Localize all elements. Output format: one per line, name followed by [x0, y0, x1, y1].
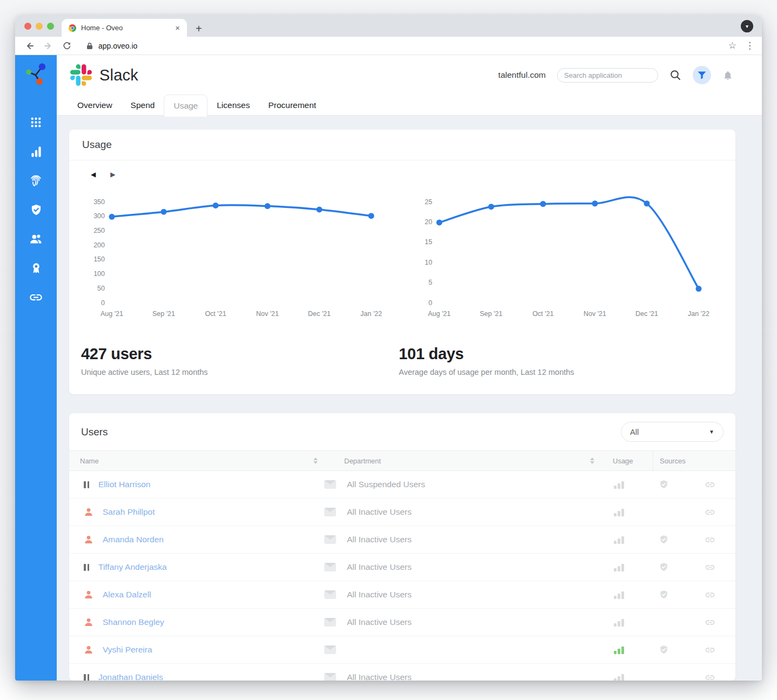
reload-button[interactable]	[59, 41, 73, 50]
source-shield-icon[interactable]	[658, 562, 669, 572]
filter-button[interactable]	[693, 66, 711, 84]
charts-row: 350300250200150100500Aug '21Sep '21Oct '…	[69, 178, 735, 324]
tab-procurement[interactable]: Procurement	[259, 95, 325, 115]
svg-text:250: 250	[93, 227, 105, 234]
svg-text:5: 5	[428, 279, 432, 286]
usage-bars-icon	[614, 481, 624, 489]
user-name-link[interactable]: Jonathan Daniels	[98, 672, 163, 681]
user-name-link[interactable]: Vyshi Pereira	[103, 645, 152, 655]
table-row[interactable]: Amanda Norden All Inactive Users	[69, 526, 735, 554]
source-link-icon[interactable]	[705, 617, 715, 628]
analytics-bars-icon[interactable]	[29, 144, 43, 159]
mail-icon	[324, 508, 336, 516]
source-shield-icon[interactable]	[658, 480, 669, 489]
search-icon[interactable]	[669, 69, 681, 81]
fingerprint-icon[interactable]	[29, 173, 43, 188]
users-filter-value: All	[630, 428, 709, 436]
chart-next-button[interactable]: ▶	[110, 171, 115, 178]
column-header-sources: Sources	[660, 457, 686, 465]
table-row[interactable]: Elliot Harrison All Suspended Users	[69, 471, 735, 499]
shield-check-icon[interactable]	[29, 203, 43, 217]
svg-text:Sep '21: Sep '21	[480, 310, 503, 318]
source-link-icon[interactable]	[705, 672, 715, 681]
users-filter-dropdown[interactable]: All ▼	[621, 422, 724, 442]
stat-value: 101 days	[399, 345, 716, 363]
usage-bars-icon	[614, 674, 624, 681]
new-tab-button[interactable]: +	[196, 23, 202, 34]
active-users-stat: 427 users Unique active users, Last 12 m…	[81, 345, 399, 376]
person-icon	[84, 507, 93, 517]
svg-text:Oct '21: Oct '21	[532, 310, 553, 318]
department-label: All Inactive Users	[347, 617, 412, 627]
license-award-icon[interactable]	[29, 261, 43, 275]
source-link-icon[interactable]	[705, 479, 715, 490]
team-users-icon[interactable]	[29, 232, 43, 246]
search-input[interactable]	[557, 68, 658, 83]
source-link-icon[interactable]	[705, 562, 715, 573]
svg-text:Nov '21: Nov '21	[256, 310, 279, 318]
table-row[interactable]: Jonathan Daniels All Inactive Users	[69, 664, 735, 681]
pause-icon	[84, 674, 89, 681]
close-tab-icon[interactable]: ×	[173, 23, 182, 32]
user-name-link[interactable]: Amanda Norden	[103, 535, 164, 544]
notifications-bell-icon[interactable]	[722, 70, 733, 81]
table-row[interactable]: Sarah Phillpot All Inactive Users	[69, 499, 735, 526]
tab-overview[interactable]: Overview	[68, 95, 122, 115]
usage-bars-icon	[614, 536, 624, 544]
back-button[interactable]	[23, 41, 37, 51]
lock-icon	[86, 42, 93, 50]
source-link-icon[interactable]	[705, 507, 715, 518]
mail-icon	[324, 563, 336, 571]
user-name-link[interactable]: Shannon Begley	[103, 617, 164, 627]
svg-text:Jan '22: Jan '22	[360, 310, 382, 318]
users-table-body: Elliot Harrison All Suspended Users	[69, 471, 735, 681]
tab-usage[interactable]: Usage	[164, 95, 207, 117]
department-label: All Inactive Users	[347, 562, 412, 572]
oveo-logo[interactable]	[24, 61, 49, 88]
source-shield-icon[interactable]	[658, 535, 669, 544]
source-link-icon[interactable]	[705, 589, 715, 601]
minimize-window-button[interactable]	[36, 23, 43, 30]
source-link-icon[interactable]	[705, 534, 715, 546]
browser-menu-icon[interactable]: ⋮	[745, 40, 754, 51]
usage-card-title: Usage	[82, 139, 112, 150]
table-row[interactable]: Vyshi Pereira	[69, 636, 735, 664]
svg-text:0: 0	[428, 299, 432, 307]
forward-button[interactable]	[41, 41, 55, 51]
user-name-link[interactable]: Elliot Harrison	[98, 480, 150, 489]
maximize-window-button[interactable]	[47, 23, 54, 30]
integrations-link-icon[interactable]	[29, 290, 43, 305]
table-row[interactable]: Shannon Begley All Inactive Users	[69, 609, 735, 636]
chart-block: 350300250200150100500Aug '21Sep '21Oct '…	[77, 180, 401, 324]
browser-tab[interactable]: Home - Oveo ×	[62, 19, 187, 37]
tab-spend[interactable]: Spend	[122, 95, 164, 115]
usage-card: Usage ◀ ▶ 350300250200150100500Aug '21Se…	[69, 130, 735, 394]
apps-grid-icon[interactable]	[29, 115, 43, 130]
app-header: Slack talentful.com	[57, 55, 762, 95]
table-row[interactable]: Alexa Dalzell All Inactive Users	[69, 581, 735, 609]
chart-prev-button[interactable]: ◀	[91, 171, 96, 178]
tab-licenses[interactable]: Licenses	[207, 95, 259, 115]
tab-search-button[interactable]: ▾	[741, 20, 753, 32]
users-card: Users All ▼ Name	[69, 413, 735, 681]
usage-stats: 427 users Unique active users, Last 12 m…	[69, 324, 735, 376]
address-bar[interactable]: app.oveo.io	[86, 42, 728, 50]
sort-icon[interactable]	[590, 457, 594, 464]
source-link-icon[interactable]	[705, 644, 715, 656]
window-controls	[24, 23, 54, 30]
source-shield-icon[interactable]	[658, 645, 669, 655]
svg-text:200: 200	[93, 241, 105, 249]
close-window-button[interactable]	[24, 23, 31, 30]
svg-text:Aug '21: Aug '21	[101, 310, 123, 318]
person-icon	[84, 617, 93, 627]
browser-tab-strip: Home - Oveo × + ▾	[15, 15, 762, 37]
table-row[interactable]: Tiffany Anderjaska All Inactive Users	[69, 554, 735, 581]
user-name-link[interactable]: Sarah Phillpot	[103, 507, 155, 517]
user-name-link[interactable]: Tiffany Anderjaska	[98, 562, 167, 572]
filter-funnel-icon	[698, 71, 706, 79]
source-shield-icon[interactable]	[658, 590, 669, 600]
column-header-department: Department	[344, 457, 381, 465]
user-name-link[interactable]: Alexa Dalzell	[103, 590, 151, 600]
sort-icon[interactable]	[313, 457, 318, 464]
bookmark-star-icon[interactable]: ☆	[728, 40, 736, 51]
